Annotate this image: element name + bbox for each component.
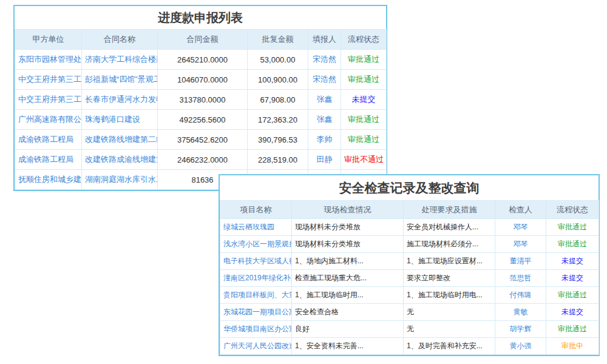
contract-name-link[interactable]: 改建铁路成渝线增建第... [85,155,158,164]
cell-site-check: 良好 [292,321,404,338]
inspector-link[interactable]: 胡学辉 [510,325,532,333]
status-badge: 未提交 [352,95,376,104]
cell-status: 审批通过 [546,287,599,304]
cell-site-check: 1、施工现场临时用... [292,287,404,304]
cell-status: 审批通过 [546,219,599,236]
cell-contract-name: 湖南洞庭湖水库引水工... [82,170,158,190]
table-row: 东城花园一期项目公寓大 安全检查合格 无 黄敏 未提交 [220,304,599,321]
cell-measures: 1、及时完善和补充安... [404,338,495,355]
cell-party-unit: 中交王府井第三工... [15,70,82,90]
cell-contract-name: 济南大学工科综合楼建... [82,50,158,70]
cell-filler: 李帅 [308,130,341,150]
cell-party-unit: 东阳市园林管理处 [15,50,82,70]
party-unit-link[interactable]: 广州高速路有限公司 [18,115,82,124]
cell-status: 审批通过 [341,130,387,150]
cell-project-name: 绿城云栖玫瑰园 [220,219,292,236]
table-header-row: 甲方单位 合同名称 合同金额 批复金额 填报人 流程状态 [15,30,387,50]
inspector-link[interactable]: 范思哲 [510,274,532,282]
party-unit-link[interactable]: 中交王府井第三工... [18,95,82,104]
table-row: 华侨城项目南区办公室内 良好 无 胡学辉 审批通过 [220,321,599,338]
filler-link[interactable]: 李帅 [317,135,333,144]
cell-measures: 要求立即整改 [404,270,495,287]
contract-name-link[interactable]: 湖南洞庭湖水库引水工... [85,175,158,184]
cell-inspector: 黄小强 [495,338,546,355]
cell-site-check: 1、安全资料未完善... [292,338,404,355]
cell-party-unit: 抚顺住房和城乡建... [15,170,82,190]
cell-status: 审批通过 [546,321,599,338]
cell-contract-amount: 1046070.0000 [158,70,248,90]
inspector-link[interactable]: 邓琴 [514,223,528,231]
col-header-inspector: 检查人 [495,201,546,219]
contract-name-link[interactable]: 济南大学工科综合楼建... [85,55,158,64]
table-row: 潼南区2019年绿化补贴项 检查施工现场重大危... 要求立即整改 范思哲 未提… [220,270,599,287]
cell-inspector: 胡学辉 [495,321,546,338]
inspector-link[interactable]: 黄小强 [510,342,532,350]
party-unit-link[interactable]: 成渝铁路工程局 [18,135,73,144]
contract-name-link[interactable]: 长春市伊通河水力发电... [85,95,158,104]
contract-name-link[interactable]: 改建铁路线增建第二线... [85,135,158,144]
cell-contract-name: 珠海鹤港口建设 [82,110,158,130]
cell-approved-amount: 228,519.00 [248,150,308,170]
cell-site-check: 1、场地内施工材料... [292,253,404,270]
inspector-link[interactable]: 黄敏 [514,308,528,316]
filler-link[interactable]: 张鑫 [317,115,333,124]
party-unit-link[interactable]: 抚顺住房和城乡建... [18,175,82,184]
party-unit-link[interactable]: 成渝铁路工程局 [18,155,73,164]
cell-contract-name: 改建铁路成渝线增建第... [82,150,158,170]
cell-filler: 张鑫 [308,90,341,110]
cell-status: 审批通过 [341,70,387,90]
cell-measures: 1、施工现场临时用电... [404,287,495,304]
col-header-contract-amount: 合同金额 [158,30,248,50]
status-badge: 审批通过 [558,240,587,248]
status-badge: 审批不通过 [344,155,384,164]
cell-approved-amount: 390,796.53 [248,130,308,150]
filler-link[interactable]: 宋浩然 [313,75,336,84]
status-badge: 审批中 [561,342,583,350]
cell-site-check: 现场材料未分类堆放 [292,236,404,253]
cell-project-name: 电子科技大学区域人行道 [220,253,292,270]
project-name-link[interactable]: 浅水湾小区一期景观提升 [223,240,292,248]
cell-inspector: 邓琴 [495,219,546,236]
cell-approved-amount: 53,000.00 [248,50,308,70]
status-badge: 审批通过 [348,55,379,64]
col-header-filler: 填报人 [308,30,341,50]
cell-inspector: 范思哲 [495,270,546,287]
cell-status: 审批通过 [341,110,387,130]
col-header-project-name: 项目名称 [220,201,292,219]
contract-name-link[interactable]: 彭祖新城“四馆”景观工... [85,75,158,84]
contract-name-link[interactable]: 珠海鹤港口建设 [85,115,140,124]
project-name-link[interactable]: 贵阳项目样板间、大堂、 [223,291,292,299]
cell-project-name: 潼南区2019年绿化补贴项 [220,270,292,287]
status-badge: 审批通过 [348,135,379,144]
col-header-approved-amount: 批复金额 [248,30,308,50]
cell-status: 审批中 [546,338,599,355]
cell-party-unit: 中交王府井第三工... [15,90,82,110]
inspector-link[interactable]: 董清平 [510,257,532,265]
table-row: 广州高速路有限公司 珠海鹤港口建设 492256.5600 172,363.20… [15,110,387,130]
cell-filler: 宋浩然 [308,70,341,90]
filler-link[interactable]: 田静 [317,155,333,164]
cell-approved-amount: 67,908.00 [248,90,308,110]
cell-project-name: 广州天河人民公园改造工 [220,338,292,355]
project-name-link[interactable]: 广州天河人民公园改造工 [223,342,292,350]
table-row: 中交王府井第三工... 彭祖新城“四馆”景观工... 1046070.0000 … [15,70,387,90]
project-name-link[interactable]: 东城花园一期项目公寓大 [223,308,292,316]
cell-status: 审批通过 [546,236,599,253]
filler-link[interactable]: 宋浩然 [313,55,336,64]
inspector-link[interactable]: 付伟璐 [510,291,532,299]
party-unit-link[interactable]: 中交王府井第三工... [18,75,82,84]
project-name-link[interactable]: 潼南区2019年绿化补贴项 [223,274,292,282]
project-name-link[interactable]: 绿城云栖玫瑰园 [223,223,274,231]
filler-link[interactable]: 张鑫 [317,95,333,104]
table-row: 成渝铁路工程局 改建铁路线增建第二线... 3756452.6200 390,7… [15,130,387,150]
cell-party-unit: 成渝铁路工程局 [15,150,82,170]
cell-measures: 安全员对机械操作人... [404,219,495,236]
party-unit-link[interactable]: 东阳市园林管理处 [18,55,81,64]
project-name-link[interactable]: 华侨城项目南区办公室内 [223,325,292,333]
project-name-link[interactable]: 电子科技大学区域人行道 [223,257,292,265]
cell-approved-amount: 100,900.00 [248,70,308,90]
inspector-link[interactable]: 邓琴 [514,240,528,248]
cell-site-check: 检查施工现场重大危... [292,270,404,287]
table-row: 广州天河人民公园改造工 1、安全资料未完善... 1、及时完善和补充安... 黄… [220,338,599,355]
status-badge: 审批通过 [348,115,379,124]
